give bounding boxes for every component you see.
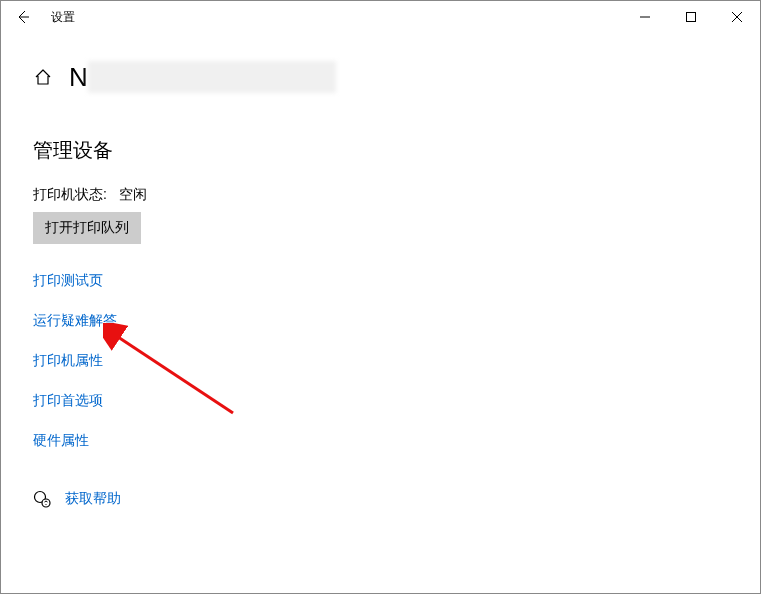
maximize-icon: [686, 12, 696, 22]
section-title: 管理设备: [33, 137, 728, 164]
arrow-left-icon: [15, 9, 31, 25]
content-area: N 管理设备 打印机状态: 空闲 打开打印队列 打印测试页 运行疑难解答 打印机…: [1, 61, 760, 508]
minimize-icon: [640, 12, 650, 22]
printer-status-value: 空闲: [119, 186, 147, 204]
printer-status-label: 打印机状态:: [33, 186, 107, 204]
action-links: 打印测试页 运行疑难解答 打印机属性 打印首选项 硬件属性: [33, 272, 728, 450]
back-button[interactable]: [1, 1, 45, 33]
svg-point-7: [45, 504, 46, 505]
close-button[interactable]: [714, 1, 760, 33]
titlebar: 设置: [1, 1, 760, 33]
device-name-container: N: [69, 61, 336, 93]
printer-status-row: 打印机状态: 空闲: [33, 186, 728, 204]
home-icon[interactable]: [33, 67, 53, 87]
device-name-redacted: [88, 61, 336, 93]
close-icon: [732, 12, 742, 22]
get-help-link[interactable]: 获取帮助: [65, 490, 121, 508]
minimize-button[interactable]: [622, 1, 668, 33]
troubleshoot-link[interactable]: 运行疑难解答: [33, 312, 117, 330]
hardware-properties-link[interactable]: 硬件属性: [33, 432, 89, 450]
printing-preferences-link[interactable]: 打印首选项: [33, 392, 103, 410]
svg-point-6: [42, 499, 50, 507]
svg-rect-2: [687, 13, 696, 22]
printer-properties-link[interactable]: 打印机属性: [33, 352, 103, 370]
device-name-prefix: N: [69, 62, 88, 93]
print-test-page-link[interactable]: 打印测试页: [33, 272, 103, 290]
maximize-button[interactable]: [668, 1, 714, 33]
help-icon: [33, 490, 51, 508]
help-row: 获取帮助: [33, 490, 728, 508]
open-print-queue-button[interactable]: 打开打印队列: [33, 212, 141, 244]
window-title: 设置: [51, 9, 75, 26]
window-controls: [622, 1, 760, 33]
header-row: N: [33, 61, 728, 93]
